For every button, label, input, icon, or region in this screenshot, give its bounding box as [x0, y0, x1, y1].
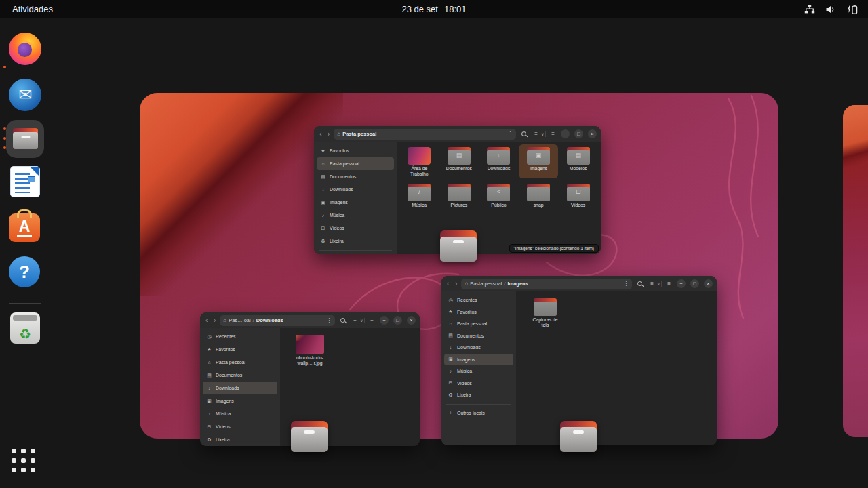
close-button[interactable]: ×: [588, 129, 597, 138]
sidebar-label: Imagens: [216, 399, 234, 403]
activities-button[interactable]: Atividades: [12, 4, 53, 14]
sidebar-item-videos[interactable]: ⊟ Vídeos: [317, 222, 394, 235]
view-toggle[interactable]: ≡ ∨: [532, 131, 546, 137]
folder-musica[interactable]: ♪ Música: [399, 181, 439, 209]
sidebar-item-documentos[interactable]: ▤ Documentos: [203, 369, 277, 382]
sidebar-separator: [319, 250, 392, 251]
sidebar-item-documentos[interactable]: ▤ Documentos: [317, 170, 394, 183]
search-icon[interactable]: [637, 281, 642, 286]
sidebar-item-recentes[interactable]: ◷ Recentes: [444, 294, 513, 306]
workspace-next-preview[interactable]: [843, 105, 868, 437]
back-button[interactable]: ‹: [318, 130, 323, 138]
show-applications-button[interactable]: [12, 449, 39, 476]
sidebar-item-pasta-pessoal[interactable]: ⌂ Pasta pessoal: [203, 356, 277, 369]
back-button[interactable]: ‹: [204, 317, 210, 324]
image-icon: ▣: [320, 200, 326, 205]
dock-item-ubuntu-software[interactable]: A: [9, 210, 41, 243]
path-bar[interactable]: ⌂ Pasta pessoal ⋮: [334, 129, 516, 140]
folder-snap[interactable]: snap: [519, 181, 559, 209]
maximize-button[interactable]: □: [574, 129, 583, 138]
sidebar-item-pasta-pessoal[interactable]: ⌂ Pasta pessoal: [317, 157, 394, 170]
view-toggle[interactable]: ≡ ∨: [351, 318, 365, 323]
path-bar[interactable]: ⌂ Pas… oal / Downloads ⋮: [220, 315, 335, 326]
minimize-button[interactable]: −: [677, 279, 686, 288]
minimize-button[interactable]: −: [561, 129, 570, 138]
sidebar-item-lixeira[interactable]: ♻ Lixeira: [317, 235, 394, 247]
dock-item-libreoffice-writer[interactable]: [9, 165, 41, 198]
sidebar-item-imagens[interactable]: ▣ Imagens: [203, 394, 277, 407]
sidebar-item-outros-locais[interactable]: + Outros locais: [444, 407, 513, 420]
sidebar-item-recentes[interactable]: ◷ Recentes: [203, 330, 277, 343]
sidebar-item-imagens[interactable]: ▣ Imagens: [444, 354, 513, 366]
chevron-down-icon: ∨: [360, 318, 363, 323]
sidebar-item-lixeira[interactable]: ♻ Lixeira: [203, 433, 277, 446]
forward-button[interactable]: ›: [454, 280, 459, 287]
minimize-button[interactable]: −: [380, 316, 389, 325]
star-icon: ★: [448, 309, 454, 314]
folder-modelos[interactable]: ▤ Modelos: [558, 144, 598, 178]
sidebar-item-musica[interactable]: ♪ Música: [203, 407, 277, 420]
headerbar: ‹ › ⌂ Pasta pessoal / Imagens ⋮ ≡ ∨ ≡ − …: [441, 276, 717, 291]
clock-button[interactable]: 23 de set 18:01: [401, 4, 466, 14]
sidebar-label: Recentes: [457, 298, 477, 302]
forward-button[interactable]: ›: [326, 130, 332, 138]
system-status-area[interactable]: [804, 4, 859, 15]
search-icon[interactable]: [340, 318, 345, 323]
sidebar-label: Lixeira: [457, 392, 471, 397]
dock-item-trash[interactable]: ♻: [9, 312, 41, 345]
back-button[interactable]: ‹: [446, 280, 451, 287]
maximize-button[interactable]: □: [393, 316, 402, 325]
folder-label: Público: [491, 203, 506, 208]
path-bar[interactable]: ⌂ Pasta pessoal / Imagens ⋮: [461, 279, 632, 289]
folder-publico[interactable]: < Público: [479, 181, 519, 209]
clock-icon: ◷: [206, 334, 212, 340]
desktop-folder-icon: [408, 147, 431, 165]
dock-item-files[interactable]: [6, 120, 44, 158]
battery-charging-icon[interactable]: [846, 4, 859, 15]
close-button[interactable]: ×: [407, 316, 416, 325]
kebab-menu-icon[interactable]: ⋮: [623, 281, 629, 287]
folder-capturas-de-tela[interactable]: Capturas de tela: [526, 296, 565, 329]
search-icon[interactable]: [521, 131, 526, 136]
network-icon[interactable]: [804, 4, 815, 15]
sidebar-item-downloads[interactable]: ↓ Downloads: [444, 342, 513, 354]
folder-pictures[interactable]: Pictures: [439, 181, 479, 209]
forward-button[interactable]: ›: [212, 317, 218, 324]
sidebar-item-favoritos[interactable]: ★ Favoritos: [203, 343, 277, 356]
music-icon: ♪: [206, 411, 212, 416]
sidebar-item-musica[interactable]: ♪ Música: [317, 209, 394, 222]
sidebar-item-musica[interactable]: ♪ Música: [444, 365, 513, 378]
hamburger-menu-icon[interactable]: ≡: [369, 318, 375, 323]
sidebar-item-downloads[interactable]: ↓ Downloads: [203, 382, 277, 394]
sidebar-separator: [446, 404, 511, 405]
file-ubuntu-kudu-wallpaper[interactable]: ubuntu-kudu-wallp… r.jpg: [290, 332, 330, 367]
close-button[interactable]: ×: [704, 279, 713, 288]
sidebar-item-favoritos[interactable]: ★ Favoritos: [444, 306, 513, 319]
sidebar-item-favoritos[interactable]: ★ Favoritos: [317, 144, 394, 157]
sidebar-item-pasta-pessoal[interactable]: ⌂ Pasta pessoal: [444, 318, 513, 330]
sidebar-item-imagens[interactable]: ▣ Imagens: [317, 196, 394, 209]
folder-downloads[interactable]: ↓ Downloads: [479, 144, 519, 178]
files-icon: [13, 128, 38, 149]
sidebar-item-documentos[interactable]: ▤ Documentos: [444, 330, 513, 342]
volume-icon[interactable]: [825, 4, 836, 15]
sidebar-item-lixeira[interactable]: ♻ Lixeira: [444, 389, 513, 401]
sidebar-item-videos[interactable]: ⊟ Vídeos: [444, 378, 513, 390]
dock-item-firefox[interactable]: [9, 33, 41, 65]
window-imagens[interactable]: ‹ › ⌂ Pasta pessoal / Imagens ⋮ ≡ ∨ ≡ − …: [441, 276, 717, 445]
dock-item-thunderbird[interactable]: ✉: [9, 79, 41, 111]
folder-imagens-selected[interactable]: ▣ Imagens: [519, 144, 559, 178]
dock-item-help[interactable]: ?: [9, 256, 41, 289]
folder-documentos[interactable]: ▤ Documentos: [439, 144, 479, 178]
kebab-menu-icon[interactable]: ⋮: [507, 131, 513, 137]
kebab-menu-icon[interactable]: ⋮: [326, 317, 332, 323]
sidebar-label: Documentos: [457, 333, 484, 338]
folder-videos[interactable]: ⊟ Vídeos: [558, 181, 598, 209]
view-toggle[interactable]: ≡ ∨: [648, 281, 662, 287]
maximize-button[interactable]: □: [690, 279, 699, 288]
hamburger-menu-icon[interactable]: ≡: [550, 131, 556, 137]
sidebar-item-videos[interactable]: ⊟ Vídeos: [203, 420, 277, 433]
sidebar-item-downloads[interactable]: ↓ Downloads: [317, 183, 394, 196]
folder-area-de-trabalho[interactable]: Área de Trabalho: [399, 144, 439, 178]
hamburger-menu-icon[interactable]: ≡: [666, 281, 672, 287]
